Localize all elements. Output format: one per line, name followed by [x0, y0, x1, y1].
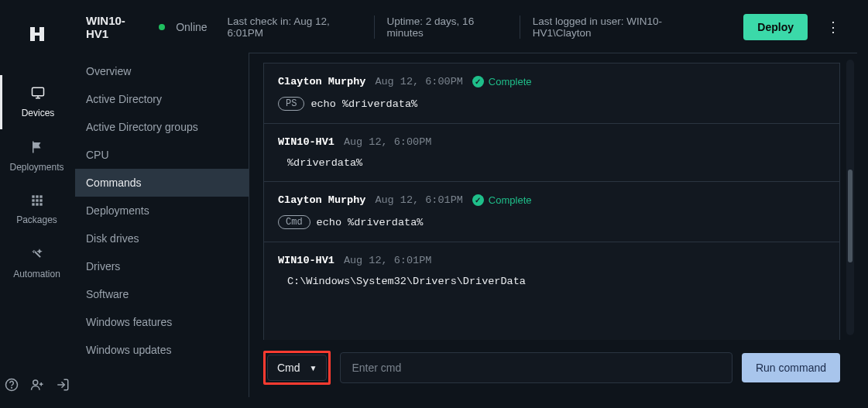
- nav-deployments[interactable]: Deployments: [0, 129, 74, 183]
- nav-label: Devices: [22, 108, 55, 118]
- sidebar-item-ad[interactable]: Active Directory: [75, 85, 249, 113]
- deploy-button[interactable]: Deploy: [743, 14, 808, 40]
- terminal-panel: Clayton Murphy Aug 12, 6:00PM ✓ Complete…: [249, 53, 857, 397]
- device-header: WIN10-HV1 Online Last check in: Aug 12, …: [75, 14, 857, 53]
- svg-rect-15: [32, 203, 34, 205]
- check-icon: ✓: [472, 76, 484, 87]
- sidebar-item-software[interactable]: Software: [75, 280, 249, 308]
- svg-rect-11: [39, 195, 42, 197]
- svg-point-19: [11, 387, 12, 388]
- svg-point-20: [33, 380, 37, 385]
- flag-icon: [30, 140, 44, 157]
- sidebar-item-deployments[interactable]: Deployments: [75, 197, 249, 225]
- uptime: Uptime: 2 days, 16 minutes: [375, 15, 520, 39]
- log-time: Aug 12, 6:01PM: [344, 255, 431, 266]
- log-author: WIN10-HV1: [278, 255, 335, 266]
- device-name: WIN10-HV1: [86, 14, 145, 40]
- caret-down-icon: ▼: [310, 364, 317, 372]
- app-root: Devices Deployments Packages Automation: [0, 0, 868, 408]
- log-command-text: echo %driverdata%: [310, 98, 417, 110]
- sidebar-item-cpu[interactable]: CPU: [75, 141, 249, 169]
- shell-select-highlight: Cmd ▼: [263, 351, 331, 385]
- log-time: Aug 12, 6:00PM: [344, 136, 431, 148]
- sidebar-item-ad-groups[interactable]: Active Directory groups: [75, 113, 249, 141]
- last-user: Last logged in user: WIN10-HV1\Clayton: [520, 15, 724, 39]
- log-output-text: %driverdata%: [278, 157, 825, 169]
- command-input[interactable]: [340, 352, 732, 383]
- nav-packages[interactable]: Packages: [0, 183, 74, 236]
- check-icon: ✓: [472, 194, 484, 206]
- monitor-icon: [30, 86, 46, 103]
- sidebar-item-commands[interactable]: Commands: [75, 169, 249, 197]
- nav-label: Deployments: [9, 162, 63, 173]
- sidebar-item-winfeatures[interactable]: Windows features: [75, 308, 249, 336]
- log-time: Aug 12, 6:00PM: [375, 76, 462, 87]
- sidebar-item-overview[interactable]: Overview: [75, 57, 249, 85]
- nav-automation[interactable]: Automation: [0, 236, 74, 290]
- more-menu-icon[interactable]: ⋮: [823, 19, 843, 36]
- help-icon[interactable]: [5, 378, 19, 394]
- shell-select-value: Cmd: [277, 362, 300, 374]
- last-checkin: Last check in: Aug 12, 6:01PM: [215, 15, 375, 39]
- app-logo: [28, 25, 46, 46]
- status-dot-icon: [159, 24, 165, 30]
- shell-badge: Cmd: [278, 215, 310, 229]
- svg-rect-16: [36, 203, 38, 205]
- status-text: Online: [176, 21, 207, 33]
- log-output-text: C:\Windows\System32\Drivers\DriverData: [278, 276, 825, 287]
- log-author: WIN10-HV1: [278, 136, 335, 148]
- log-status: ✓ Complete: [472, 194, 532, 206]
- grid-icon: [31, 194, 43, 210]
- exit-icon[interactable]: [56, 378, 70, 394]
- log-status: ✓ Complete: [472, 76, 532, 87]
- svg-rect-12: [32, 199, 34, 201]
- sidebar-item-drivers[interactable]: Drivers: [75, 252, 249, 280]
- log-entry-cmd: Clayton Murphy Aug 12, 6:00PM ✓ Complete…: [264, 63, 839, 123]
- sidebar-item-disk[interactable]: Disk drives: [75, 225, 249, 252]
- nav-label: Automation: [13, 269, 60, 279]
- nav-devices[interactable]: Devices: [0, 75, 74, 129]
- svg-rect-9: [32, 195, 34, 197]
- main-panel: WIN10-HV1 Online Last check in: Aug 12, …: [74, 0, 868, 408]
- run-command-button[interactable]: Run command: [742, 353, 840, 382]
- content-row: Overview Active Directory Active Directo…: [75, 53, 857, 397]
- log-entry-output: WIN10-HV1 Aug 12, 6:00PM %driverdata%: [264, 123, 839, 181]
- nav-label: Packages: [16, 214, 57, 225]
- svg-rect-17: [39, 203, 42, 205]
- svg-rect-14: [39, 199, 42, 201]
- log-time: Aug 12, 6:01PM: [375, 194, 462, 206]
- device-sidebar: Overview Active Directory Active Directo…: [75, 53, 249, 397]
- log-author: Clayton Murphy: [278, 194, 365, 206]
- shell-select[interactable]: Cmd ▼: [267, 355, 327, 381]
- svg-rect-6: [33, 87, 44, 96]
- log-author: Clayton Murphy: [278, 76, 365, 87]
- log-entry-output: WIN10-HV1 Aug 12, 6:01PM C:\Windows\Syst…: [264, 242, 839, 300]
- log-entry-cmd: Clayton Murphy Aug 12, 6:01PM ✓ Complete…: [264, 181, 839, 242]
- wand-icon: [30, 247, 44, 264]
- rail-footer: [5, 378, 70, 394]
- shell-badge: PS: [278, 97, 304, 111]
- add-user-icon[interactable]: [29, 378, 45, 394]
- log-command-text: echo %driverdata%: [317, 217, 424, 228]
- sidebar-item-winupdates[interactable]: Windows updates: [75, 336, 249, 364]
- command-log[interactable]: Clayton Murphy Aug 12, 6:00PM ✓ Complete…: [263, 63, 840, 340]
- svg-rect-13: [36, 199, 38, 201]
- command-input-bar: Cmd ▼ Run command: [249, 340, 857, 397]
- svg-rect-10: [36, 195, 38, 197]
- nav-rail: Devices Deployments Packages Automation: [0, 0, 74, 408]
- header-info: Last check in: Aug 12, 6:01PM Uptime: 2 …: [215, 15, 724, 39]
